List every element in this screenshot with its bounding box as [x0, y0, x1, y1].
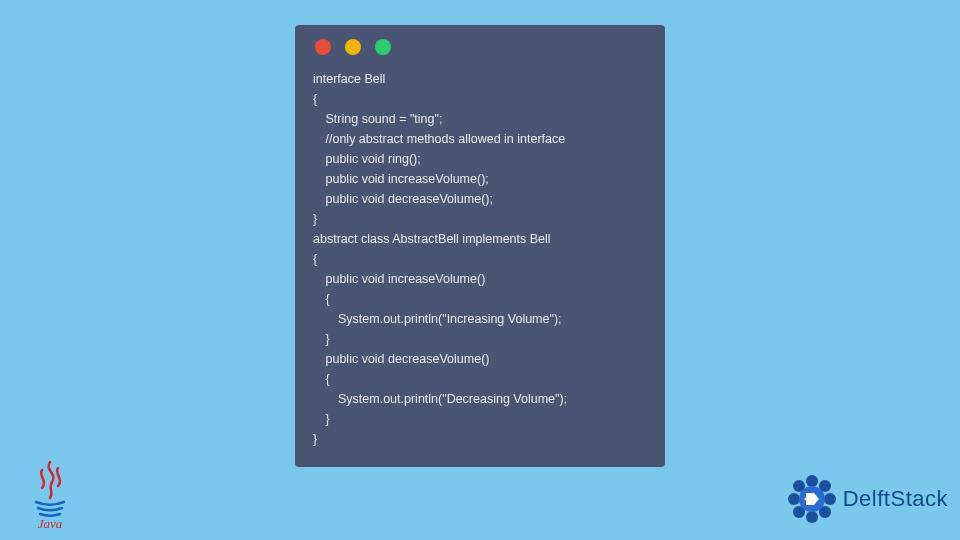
java-logo: Java — [24, 460, 84, 530]
maximize-icon — [375, 39, 391, 55]
java-logo-text: Java — [38, 516, 63, 530]
minimize-icon — [345, 39, 361, 55]
svg-point-4 — [806, 511, 818, 523]
code-window: interface Bell { String sound = "ting"; … — [295, 25, 665, 467]
svg-point-6 — [788, 493, 800, 505]
delftstack-label: DelftStack — [843, 486, 948, 512]
svg-point-2 — [824, 493, 836, 505]
close-icon — [315, 39, 331, 55]
svg-point-0 — [806, 475, 818, 487]
traffic-lights — [313, 39, 647, 55]
code-block: interface Bell { String sound = "ting"; … — [313, 69, 647, 449]
delftstack-icon — [787, 474, 837, 524]
delftstack-logo: DelftStack — [787, 474, 948, 524]
